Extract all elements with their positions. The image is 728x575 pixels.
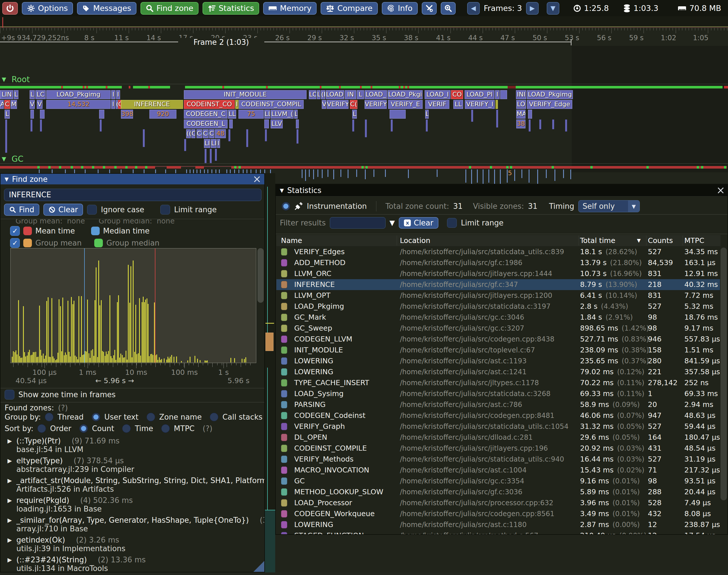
- zone[interactable]: L: [425, 110, 429, 119]
- zone[interactable]: LC: [35, 90, 46, 99]
- zone[interactable]: [229, 120, 233, 128]
- gc-event-tick[interactable]: [465, 169, 466, 183]
- zone[interactable]: [500, 90, 507, 99]
- info-button[interactable]: Info: [382, 2, 418, 15]
- gc-event-tick[interactable]: [408, 169, 409, 178]
- table-row[interactable]: DL_OPEN/home/kristofferc/julia/src/dlloa…: [276, 432, 720, 443]
- zone[interactable]: CODEGEN_C: [184, 110, 228, 119]
- zone[interactable]: L: [294, 110, 298, 119]
- gc-event-tick[interactable]: [348, 169, 349, 178]
- table-row[interactable]: VERIFY_Graph/home/kristofferc/julia/src/…: [276, 421, 720, 432]
- zone[interactable]: LI: [204, 139, 210, 148]
- table-row[interactable]: CODEINST_COMPILE/home/kristofferc/julia/…: [276, 443, 720, 454]
- zone[interactable]: VERIFY_I: [465, 100, 495, 109]
- instrumentation-radio[interactable]: [282, 202, 290, 210]
- table-row[interactable]: VERIFY_Methods/home/kristofferc/julia/sr…: [276, 454, 720, 465]
- zone[interactable]: LL: [228, 110, 236, 119]
- found-zone-name[interactable]: (::Type)(Ptr)(9) 71.69 ms: [16, 437, 120, 445]
- zone[interactable]: L: [357, 90, 364, 99]
- histogram-range-span[interactable]: ← 5.96 s →: [95, 376, 134, 385]
- zone[interactable]: [40, 110, 44, 119]
- column-header-location[interactable]: Location: [400, 235, 430, 246]
- median-time-swatch[interactable]: [91, 227, 100, 235]
- frame-marker-label[interactable]: Frame 2 (1:03): [178, 38, 264, 46]
- close-icon[interactable]: [717, 187, 724, 194]
- group-by-radio-thread[interactable]: [45, 413, 54, 421]
- expand-arrow-icon[interactable]: ▶: [7, 497, 12, 504]
- close-icon[interactable]: [254, 175, 260, 182]
- gc-event-tick[interactable]: [385, 169, 386, 177]
- gc-event-tick[interactable]: [507, 169, 508, 183]
- gc-event-tick[interactable]: [318, 169, 318, 177]
- table-row[interactable]: LLVM_OPT/home/kristofferc/julia/src/jitl…: [276, 290, 720, 301]
- gc-event-tick[interactable]: [494, 169, 495, 185]
- zone[interactable]: 14,532: [46, 100, 110, 109]
- zone[interactable]: VERIFY_E: [388, 100, 423, 109]
- table-row[interactable]: STAGED_FUNCTION/home/kristofferc/julia/s…: [276, 530, 720, 535]
- zone[interactable]: LOAD_Pkgi: [388, 90, 423, 99]
- expand-arrow-icon[interactable]: ▶: [7, 517, 12, 523]
- show-zone-time-checkbox[interactable]: [5, 390, 14, 400]
- table-row[interactable]: GC_Mark/home/kristofferc/julia/src/gc.c:…: [276, 312, 720, 323]
- zone[interactable]: 38: [516, 120, 525, 128]
- zone[interactable]: I: [111, 90, 115, 99]
- group-median-swatch[interactable]: [94, 239, 103, 247]
- statistics-button[interactable]: Statistics: [203, 2, 259, 15]
- zone[interactable]: CODEGEN_L: [184, 120, 228, 128]
- timing-dropdown[interactable]: Self only ▼: [578, 200, 640, 212]
- group-by-radio-zone-name[interactable]: [146, 413, 155, 421]
- zone[interactable]: I: [111, 100, 115, 109]
- collapse-triangle-icon[interactable]: ▼: [280, 187, 284, 193]
- messages-button[interactable]: Messages: [77, 2, 136, 15]
- gc-event-tick[interactable]: [328, 169, 328, 177]
- sort-descending-icon[interactable]: ▼: [637, 235, 641, 246]
- zone[interactable]: 398: [121, 110, 133, 119]
- zone[interactable]: C(: [197, 129, 202, 138]
- zone[interactable]: A: [0, 100, 4, 109]
- table-row[interactable]: METHOD_LOOKUP_SLOW/home/kristofferc/juli…: [276, 486, 720, 498]
- zoom-button[interactable]: [441, 2, 456, 15]
- zone[interactable]: I: [495, 90, 500, 99]
- zone[interactable]: VERIFY_Edge: [527, 100, 572, 109]
- zone[interactable]: V: [30, 100, 35, 109]
- zone[interactable]: ((: [186, 129, 191, 138]
- zone[interactable]: INIT_MODULE: [184, 90, 306, 99]
- zone[interactable]: [264, 120, 269, 128]
- found-zone-name[interactable]: eltype(Type)(7) 378.54 μs: [16, 456, 124, 465]
- mean-time-checkbox[interactable]: ✓: [10, 226, 20, 236]
- zone[interactable]: 920: [150, 110, 176, 119]
- zone[interactable]: 75: [238, 110, 264, 119]
- zone[interactable]: I: [116, 90, 120, 99]
- gc-event-tick[interactable]: [537, 169, 538, 185]
- zone-time-histogram[interactable]: [10, 248, 256, 363]
- zone[interactable]: [390, 110, 406, 119]
- filter-input[interactable]: [330, 217, 386, 229]
- gc-event-tick[interactable]: [529, 169, 529, 183]
- found-zone-name[interactable]: require(PkgId)(4) 502.36 ms: [16, 496, 133, 505]
- gc-event-tick[interactable]: [522, 169, 522, 178]
- table-row[interactable]: LOWERING/home/kristofferc/julia/src/ast.…: [276, 356, 720, 367]
- gc-section-header[interactable]: ▼ GC: [2, 154, 24, 164]
- zone[interactable]: [30, 110, 34, 119]
- zone[interactable]: CODEINST_COMPIL: [239, 100, 304, 109]
- table-row[interactable]: CODEGEN_Workqueue/home/kristofferc/julia…: [276, 508, 720, 519]
- group-mean-checkbox[interactable]: ✓: [10, 238, 20, 248]
- zone[interactable]: V: [37, 100, 42, 109]
- zone[interactable]: VERIFY: [365, 100, 387, 109]
- gc-event-tick[interactable]: [322, 169, 323, 178]
- zone[interactable]: M: [11, 100, 17, 109]
- collapse-triangle-icon[interactable]: ▼: [5, 176, 9, 182]
- table-row[interactable]: LLVM_ORC/home/kristofferc/julia/src/jitl…: [276, 268, 720, 279]
- found-zone-name[interactable]: _artifact_str(Module, String, SubString,…: [16, 476, 265, 485]
- zone[interactable]: [296, 120, 299, 128]
- sort-by-radio-order[interactable]: [37, 424, 46, 433]
- table-row[interactable]: GC/home/kristofferc/julia/src/gc.c:33549…: [276, 476, 720, 486]
- table-row[interactable]: VERIFY_Edges/home/kristofferc/julia/src/…: [276, 246, 720, 257]
- frame-bar-segment[interactable]: [133, 86, 170, 89]
- zone[interactable]: C: [4, 100, 10, 109]
- options-button[interactable]: Options: [22, 2, 73, 15]
- gc-event-tick[interactable]: [555, 169, 555, 181]
- expand-arrow-icon[interactable]: ▶: [7, 556, 12, 563]
- zone[interactable]: [99, 110, 104, 119]
- zone[interactable]: 48: [215, 129, 226, 138]
